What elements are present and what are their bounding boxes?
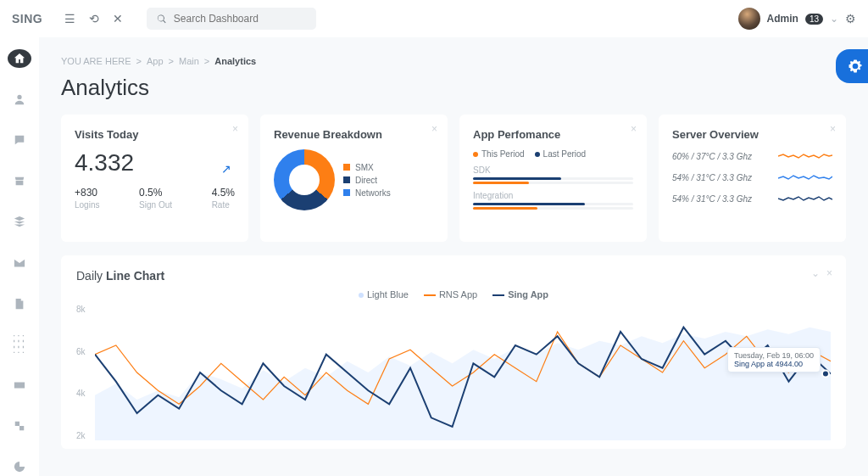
card-title: Daily Line Chart — [76, 269, 831, 283]
user-badge-count: 13 — [805, 14, 823, 25]
sidebar-pie[interactable] — [8, 457, 31, 476]
chart-tooltip: Tuesday, Feb 19, 06:00 Sing App at 4944.… — [727, 347, 821, 372]
legend-label: Direct — [355, 176, 377, 185]
legend-swatch — [343, 176, 350, 183]
legend-label: Last Period — [543, 149, 587, 159]
close-icon[interactable]: × — [830, 123, 836, 135]
breadcrumb-item[interactable]: Main — [179, 56, 199, 66]
topbar: SING ☰ ⟲ ✕ Admin 13 ⌄ ⚙ — [0, 0, 868, 37]
bar-track — [473, 203, 633, 205]
breadcrumb: YOU ARE HERE > App > Main > Analytics — [61, 56, 846, 66]
card-revenue: × Revenue Breakdown SMX Direct Networks — [260, 115, 448, 242]
stat-label: Sign Out — [139, 200, 172, 210]
line-chart: 8k 6k 4k 2k Tuesday, Feb 19, 06:00 Sing … — [95, 305, 831, 440]
bar-label: Integration — [473, 191, 633, 200]
bar-track — [473, 207, 633, 210]
legend-line — [424, 294, 436, 296]
legend-dot — [359, 293, 364, 298]
tooltip-date: Tuesday, Feb 19, 06:00 — [734, 351, 814, 360]
legend-label: Sing App — [508, 289, 548, 300]
close-icon[interactable]: ✕ — [113, 12, 123, 25]
sparkline — [778, 192, 832, 205]
stat-label: Logins — [75, 200, 99, 210]
search-box[interactable] — [147, 8, 316, 30]
legend-swatch — [343, 164, 350, 171]
stat-value: +830 — [75, 187, 99, 199]
sidebar-card[interactable] — [8, 376, 31, 395]
sidebar-apps[interactable]: ::::::::: — [8, 335, 31, 354]
card-title: Visits Today — [75, 128, 235, 141]
legend-swatch — [343, 189, 350, 196]
sidebar-stack[interactable] — [8, 212, 31, 231]
card-performance: × App Perfomance This Period Last Period… — [459, 115, 647, 242]
user-name: Admin — [767, 13, 798, 25]
topbar-icons: ☰ ⟲ ✕ — [64, 12, 123, 25]
avatar — [738, 8, 760, 30]
close-icon[interactable]: × — [232, 123, 238, 135]
trend-up-icon: ↗ — [221, 162, 231, 176]
visits-value: 4.332 — [75, 149, 235, 176]
content-area: YOU ARE HERE > App > Main > Analytics An… — [39, 37, 868, 476]
collapse-icon[interactable]: ⌄ — [811, 267, 820, 279]
refresh-icon[interactable]: ⟲ — [89, 12, 99, 25]
breadcrumb-current: Analytics — [214, 56, 256, 66]
card-title: Server Overview — [672, 128, 832, 141]
legend-label: SMX — [355, 163, 374, 172]
legend-dot — [535, 152, 540, 157]
server-text: 54% / 31°C / 3.3 Ghz — [672, 194, 752, 204]
card-visits: × Visits Today 4.332 ↗ +830Logins 0.5%Si… — [61, 115, 248, 242]
brand: SING — [12, 12, 42, 25]
chart-legend: Light Blue RNS App Sing App — [76, 289, 831, 300]
legend-label: RNS App — [439, 289, 477, 300]
stat-label: Rate — [212, 200, 235, 210]
search-input[interactable] — [174, 13, 306, 25]
sparkline — [778, 171, 832, 184]
svg-point-0 — [822, 370, 829, 377]
sparkline — [778, 149, 832, 163]
stat-value: 0.5% — [139, 187, 172, 199]
gear-icon[interactable]: ⚙ — [845, 12, 856, 25]
bar-track — [473, 177, 633, 180]
close-icon[interactable]: × — [826, 267, 832, 279]
sidebar: ::::::::: — [0, 37, 39, 476]
sidebar-shapes[interactable] — [8, 417, 31, 435]
search-icon — [157, 14, 167, 25]
server-text: 54% / 31°C / 3.3 Ghz — [672, 173, 752, 182]
y-tick: 8k — [76, 305, 86, 314]
sidebar-user[interactable] — [8, 90, 31, 109]
sidebar-shop[interactable] — [8, 171, 31, 190]
sidebar-home[interactable] — [8, 49, 31, 68]
settings-fab[interactable] — [836, 49, 868, 83]
card-title: Revenue Breakdown — [274, 128, 434, 141]
sidebar-doc[interactable] — [8, 294, 31, 313]
sidebar-mail[interactable] — [8, 253, 31, 272]
y-tick: 2k — [76, 431, 86, 440]
bar-track — [473, 182, 633, 184]
breadcrumb-prefix: YOU ARE HERE — [61, 56, 131, 66]
y-tick: 4k — [76, 389, 86, 398]
menu-icon[interactable]: ☰ — [64, 12, 75, 25]
chevron-down-icon: ⌄ — [830, 13, 838, 25]
page-title: Analytics — [61, 75, 846, 101]
legend-label: Light Blue — [367, 289, 409, 300]
bar-label: SDK — [473, 165, 633, 175]
y-tick: 6k — [76, 347, 86, 356]
breadcrumb-item[interactable]: App — [147, 56, 164, 66]
server-text: 60% / 37°C / 3.3 Ghz — [672, 152, 752, 161]
card-daily-line-chart: ⌄× Daily Line Chart Light Blue RNS App S… — [61, 255, 846, 449]
tooltip-value: Sing App at 4944.00 — [734, 360, 814, 368]
user-menu[interactable]: Admin 13 ⌄ ⚙ — [738, 8, 856, 30]
stat-value: 4.5% — [212, 187, 235, 199]
donut-chart — [274, 149, 335, 210]
legend-line — [492, 294, 504, 296]
legend-dot — [473, 152, 478, 157]
card-title: App Perfomance — [473, 128, 633, 141]
legend-label: Networks — [355, 188, 391, 198]
sidebar-chat[interactable] — [8, 131, 31, 149]
card-server: × Server Overview 60% / 37°C / 3.3 Ghz 5… — [659, 115, 846, 242]
close-icon[interactable]: × — [631, 123, 637, 135]
legend-label: This Period — [481, 149, 525, 159]
close-icon[interactable]: × — [431, 123, 437, 135]
